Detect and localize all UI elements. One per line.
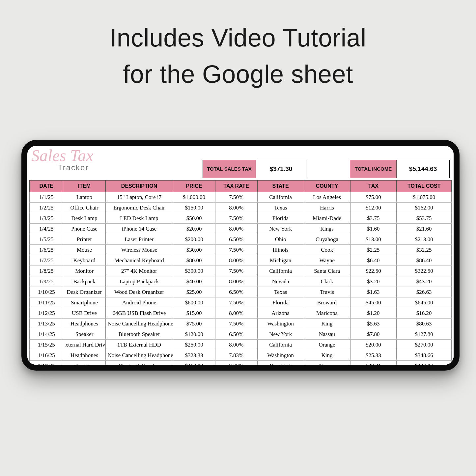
cell-item[interactable]: xternal Hard Driv xyxy=(63,340,105,350)
cell-state[interactable]: New York xyxy=(257,224,304,234)
table-row[interactable]: 1/10/25Desk OrganizerWood Desk Organizer… xyxy=(30,287,452,297)
cell-county[interactable]: Cuyahoga xyxy=(304,234,350,245)
table-row[interactable]: 1/1/25Laptop15" Laptop, Core i7$1,000.00… xyxy=(30,192,452,203)
cell-state[interactable]: Texas xyxy=(257,203,304,213)
cell-tax[interactable]: $7.80 xyxy=(350,329,397,340)
col-header[interactable]: PRICE xyxy=(173,181,215,192)
cell-total[interactable]: $53.75 xyxy=(397,213,452,224)
table-row[interactable]: 1/17/25SpeakerBluetooth Speaker$410.838.… xyxy=(30,361,452,365)
cell-tax[interactable]: $3.20 xyxy=(350,276,397,287)
cell-state[interactable]: Ohio xyxy=(257,234,304,245)
cell-date[interactable]: 1/5/25 xyxy=(30,234,63,245)
cell-price[interactable]: $75.00 xyxy=(173,319,215,329)
cell-item[interactable]: Smartphone xyxy=(63,297,105,308)
table-row[interactable]: 1/11/25SmartphoneAndroid Phone$600.007.5… xyxy=(30,297,452,308)
table-row[interactable]: 1/14/25SpeakerBluetooth Speaker$120.006.… xyxy=(30,329,452,340)
cell-item[interactable]: Laptop xyxy=(63,192,105,203)
table-row[interactable]: 1/13/25HeadphonesNoise Cancelling Headph… xyxy=(30,319,452,329)
cell-state[interactable]: Arizona xyxy=(257,308,304,319)
cell-price[interactable]: $15.00 xyxy=(173,308,215,319)
cell-total[interactable]: $162.00 xyxy=(397,203,452,213)
cell-total[interactable]: $645.00 xyxy=(397,297,452,308)
cell-state[interactable]: Texas xyxy=(257,287,304,297)
cell-rate[interactable]: 7.50% xyxy=(215,213,257,224)
table-row[interactable]: 1/9/25BackpackLaptop Backpack$40.008.00%… xyxy=(30,276,452,287)
cell-price[interactable]: $25.00 xyxy=(173,287,215,297)
cell-tax[interactable]: $33.21 xyxy=(350,361,397,365)
cell-desc[interactable]: Android Phone xyxy=(105,297,173,308)
cell-date[interactable]: 1/16/25 xyxy=(30,350,63,361)
cell-county[interactable]: King xyxy=(304,319,350,329)
cell-tax[interactable]: $45.00 xyxy=(350,297,397,308)
cell-tax[interactable]: $1.20 xyxy=(350,308,397,319)
cell-rate[interactable]: 8.00% xyxy=(215,203,257,213)
cell-county[interactable]: Nassau xyxy=(304,329,350,340)
cell-tax[interactable]: $1.63 xyxy=(350,287,397,297)
cell-price[interactable]: $150.00 xyxy=(173,203,215,213)
cell-state[interactable]: California xyxy=(257,192,304,203)
cell-item[interactable]: Printer xyxy=(63,234,105,245)
cell-county[interactable]: Maricopa xyxy=(304,308,350,319)
cell-state[interactable]: Florida xyxy=(257,213,304,224)
cell-date[interactable]: 1/11/25 xyxy=(30,297,63,308)
cell-rate[interactable]: 8.00% xyxy=(215,340,257,350)
cell-rate[interactable]: 8.00% xyxy=(215,276,257,287)
cell-rate[interactable]: 8.00% xyxy=(215,224,257,234)
cell-rate[interactable]: 6.50% xyxy=(215,234,257,245)
cell-rate[interactable]: 7.50% xyxy=(215,245,257,255)
cell-price[interactable]: $200.00 xyxy=(173,234,215,245)
cell-date[interactable]: 1/13/25 xyxy=(30,319,63,329)
cell-date[interactable]: 1/10/25 xyxy=(30,287,63,297)
cell-price[interactable]: $600.00 xyxy=(173,297,215,308)
cell-county[interactable]: Nassau xyxy=(304,361,350,365)
cell-price[interactable]: $40.00 xyxy=(173,276,215,287)
cell-county[interactable]: Travis xyxy=(304,287,350,297)
cell-rate[interactable]: 7.50% xyxy=(215,266,257,276)
cell-date[interactable]: 1/14/25 xyxy=(30,329,63,340)
cell-date[interactable]: 1/2/25 xyxy=(30,203,63,213)
cell-state[interactable]: California xyxy=(257,340,304,350)
cell-item[interactable]: Backpack xyxy=(63,276,105,287)
cell-desc[interactable]: LED Desk Lamp xyxy=(105,213,173,224)
cell-item[interactable]: Speaker xyxy=(63,329,105,340)
cell-tax[interactable]: $75.00 xyxy=(350,192,397,203)
col-header[interactable]: ITEM xyxy=(63,181,105,192)
cell-item[interactable]: Desk Lamp xyxy=(63,213,105,224)
col-header[interactable]: TAX xyxy=(350,181,397,192)
cell-item[interactable]: Headphones xyxy=(63,350,105,361)
cell-desc[interactable]: 64GB USB Flash Drive xyxy=(105,308,173,319)
cell-tax[interactable]: $5.63 xyxy=(350,319,397,329)
cell-desc[interactable]: Noise Cancelling Headphones xyxy=(105,350,173,361)
col-header[interactable]: TAX RATE xyxy=(215,181,257,192)
cell-total[interactable]: $86.40 xyxy=(397,255,452,266)
cell-date[interactable]: 1/1/25 xyxy=(30,192,63,203)
cell-rate[interactable]: 6.50% xyxy=(215,329,257,340)
cell-rate[interactable]: 8.00% xyxy=(215,308,257,319)
table-row[interactable]: 1/7/25KeyboardMechanical Keyboard$80.008… xyxy=(30,255,452,266)
cell-county[interactable]: Miami-Dade xyxy=(304,213,350,224)
cell-total[interactable]: $21.60 xyxy=(397,224,452,234)
cell-total[interactable]: $1,075.00 xyxy=(397,192,452,203)
cell-tax[interactable]: $3.75 xyxy=(350,213,397,224)
cell-rate[interactable]: 8.00% xyxy=(215,255,257,266)
cell-county[interactable]: Kings xyxy=(304,224,350,234)
table-row[interactable]: 1/16/25HeadphonesNoise Cancelling Headph… xyxy=(30,350,452,361)
cell-total[interactable]: $16.20 xyxy=(397,308,452,319)
cell-state[interactable]: Washington xyxy=(257,350,304,361)
cell-tax[interactable]: $2.25 xyxy=(350,245,397,255)
cell-price[interactable]: $250.00 xyxy=(173,340,215,350)
cell-item[interactable]: USB Drive xyxy=(63,308,105,319)
cell-total[interactable]: $32.25 xyxy=(397,245,452,255)
table-row[interactable]: 1/8/25Monitor27" 4K Monitor$300.007.50%C… xyxy=(30,266,452,276)
table-row[interactable]: 1/5/25PrinterLaser Printer$200.006.50%Oh… xyxy=(30,234,452,245)
cell-tax[interactable]: $6.40 xyxy=(350,255,397,266)
cell-desc[interactable]: Wireless Mouse xyxy=(105,245,173,255)
cell-desc[interactable]: Bluetooth Speaker xyxy=(105,361,173,365)
cell-county[interactable]: Harris xyxy=(304,203,350,213)
cell-county[interactable]: Broward xyxy=(304,297,350,308)
cell-total[interactable]: $26.63 xyxy=(397,287,452,297)
cell-price[interactable]: $300.00 xyxy=(173,266,215,276)
cell-desc[interactable]: Ergonomic Desk Chair xyxy=(105,203,173,213)
cell-desc[interactable]: Noise Cancelling Headphones xyxy=(105,319,173,329)
cell-rate[interactable]: 7.83% xyxy=(215,350,257,361)
